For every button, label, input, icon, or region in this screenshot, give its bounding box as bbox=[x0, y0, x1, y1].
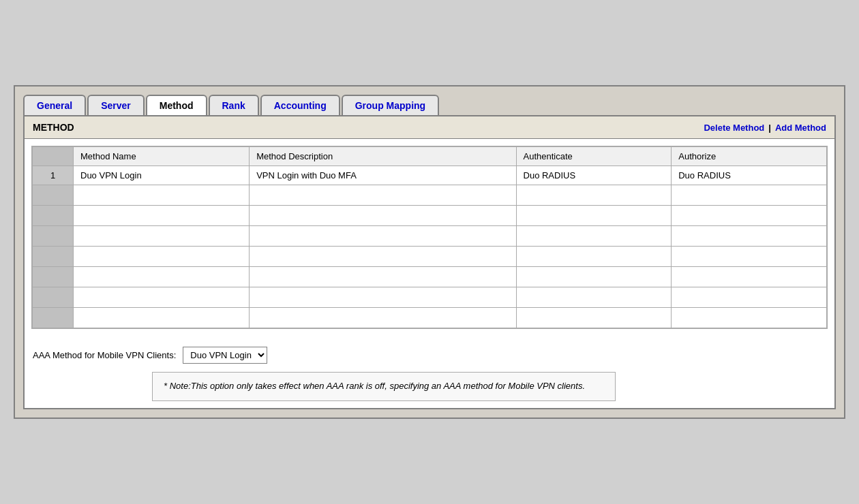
panel-title: METHOD bbox=[33, 122, 74, 133]
aaa-method-select[interactable]: Duo VPN Login bbox=[183, 347, 267, 364]
aaa-method-label: AAA Method for Mobile VPN Clients: bbox=[33, 350, 176, 360]
col-header-authorize: Authorize bbox=[672, 147, 827, 166]
tab-method[interactable]: Method bbox=[146, 95, 207, 115]
tab-accounting[interactable]: Accounting bbox=[260, 95, 340, 115]
method-table-container: Method Name Method Description Authentic… bbox=[31, 146, 828, 329]
panel-actions: Delete Method | Add Method bbox=[704, 123, 826, 133]
table-empty-row bbox=[33, 226, 827, 247]
cell-authenticate: Duo RADIUS bbox=[516, 166, 672, 185]
table-empty-row bbox=[33, 206, 827, 226]
empty-row-num bbox=[33, 308, 74, 328]
main-container: General Server Method Rank Accounting Gr… bbox=[14, 85, 845, 419]
cell-method-name: Duo VPN Login bbox=[74, 166, 250, 185]
tab-rank[interactable]: Rank bbox=[209, 95, 259, 115]
tab-group-mapping[interactable]: Group Mapping bbox=[342, 95, 439, 115]
note-text: * Note:This option only takes effect whe… bbox=[164, 381, 585, 391]
empty-row-num bbox=[33, 287, 74, 308]
method-table: Method Name Method Description Authentic… bbox=[32, 146, 827, 328]
table-row[interactable]: 1 Duo VPN Login VPN Login with Duo MFA D… bbox=[33, 166, 827, 185]
main-panel: METHOD Delete Method | Add Method Method… bbox=[23, 115, 836, 409]
table-header-row: Method Name Method Description Authentic… bbox=[33, 147, 827, 166]
empty-row-num bbox=[33, 267, 74, 287]
tab-server[interactable]: Server bbox=[87, 95, 145, 115]
tab-bar: General Server Method Rank Accounting Gr… bbox=[23, 95, 836, 115]
action-separator: | bbox=[768, 123, 771, 133]
empty-row-num bbox=[33, 226, 74, 247]
cell-authorize: Duo RADIUS bbox=[672, 166, 827, 185]
table-empty-row bbox=[33, 185, 827, 206]
bottom-section: AAA Method for Mobile VPN Clients: Duo V… bbox=[25, 336, 834, 408]
cell-row-num: 1 bbox=[33, 166, 74, 185]
empty-row-num bbox=[33, 247, 74, 267]
table-empty-row bbox=[33, 247, 827, 267]
table-empty-row bbox=[33, 308, 827, 328]
empty-row-num bbox=[33, 206, 74, 226]
cell-method-desc: VPN Login with Duo MFA bbox=[250, 166, 516, 185]
tab-general[interactable]: General bbox=[23, 95, 86, 115]
col-header-num bbox=[33, 147, 74, 166]
aaa-method-row: AAA Method for Mobile VPN Clients: Duo V… bbox=[33, 347, 826, 364]
col-header-method-name: Method Name bbox=[74, 147, 250, 166]
delete-method-link[interactable]: Delete Method bbox=[704, 123, 764, 133]
panel-header: METHOD Delete Method | Add Method bbox=[25, 116, 834, 139]
table-empty-row bbox=[33, 287, 827, 308]
col-header-method-desc: Method Description bbox=[250, 147, 516, 166]
note-box: * Note:This option only takes effect whe… bbox=[152, 372, 616, 401]
add-method-link[interactable]: Add Method bbox=[775, 123, 826, 133]
empty-row-num bbox=[33, 185, 74, 206]
col-header-authenticate: Authenticate bbox=[516, 147, 672, 166]
table-empty-row bbox=[33, 267, 827, 287]
